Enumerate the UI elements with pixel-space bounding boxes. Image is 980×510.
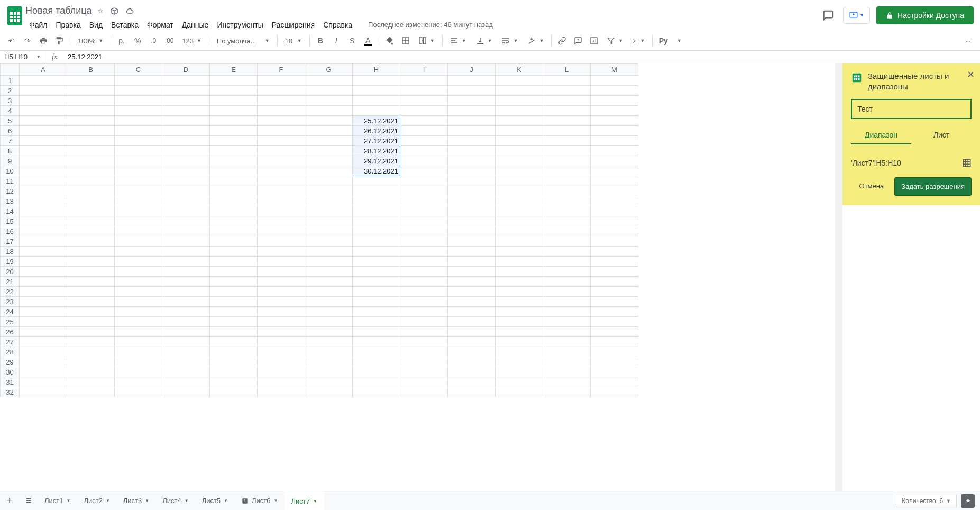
row-header-27[interactable]: 27 xyxy=(1,337,20,347)
cell-C16[interactable] xyxy=(115,226,162,236)
cell-C18[interactable] xyxy=(115,247,162,257)
sheets-logo[interactable] xyxy=(4,5,25,26)
cell-F27[interactable] xyxy=(258,337,305,347)
row-header-16[interactable]: 16 xyxy=(1,226,20,236)
cell-H11[interactable] xyxy=(353,176,400,186)
font-select[interactable]: По умолча...▼ xyxy=(213,33,274,48)
cell-F5[interactable] xyxy=(258,116,305,126)
cell-B12[interactable] xyxy=(67,186,115,196)
cell-B18[interactable] xyxy=(67,247,115,257)
cell-M12[interactable] xyxy=(591,186,638,196)
cell-L1[interactable] xyxy=(543,76,591,86)
cell-J29[interactable] xyxy=(448,357,496,367)
cell-F3[interactable] xyxy=(258,96,305,106)
filter-icon[interactable]: ▼ xyxy=(602,33,627,48)
cell-I7[interactable] xyxy=(400,136,448,146)
comments-icon[interactable] xyxy=(820,7,837,24)
cell-A25[interactable] xyxy=(20,317,67,327)
cell-I8[interactable] xyxy=(400,146,448,156)
column-header-A[interactable]: A xyxy=(20,64,67,76)
cell-L15[interactable] xyxy=(543,216,591,226)
sheet-tab-Лист3[interactable]: Лист3▼ xyxy=(117,491,156,496)
cell-M15[interactable] xyxy=(591,216,638,226)
cell-J9[interactable] xyxy=(448,156,496,166)
cell-E4[interactable] xyxy=(210,106,258,116)
cell-G26[interactable] xyxy=(305,327,353,337)
tab-range[interactable]: Диапазон xyxy=(851,126,911,144)
cell-G4[interactable] xyxy=(305,106,353,116)
cell-H3[interactable] xyxy=(353,96,400,106)
column-header-C[interactable]: C xyxy=(115,64,162,76)
cell-A19[interactable] xyxy=(20,257,67,267)
cell-J30[interactable] xyxy=(448,367,496,377)
cell-F6[interactable] xyxy=(258,126,305,136)
cell-A4[interactable] xyxy=(20,106,67,116)
cell-H18[interactable] xyxy=(353,247,400,257)
cell-I24[interactable] xyxy=(400,307,448,317)
cell-F31[interactable] xyxy=(258,377,305,387)
row-header-26[interactable]: 26 xyxy=(1,327,20,337)
cell-M27[interactable] xyxy=(591,337,638,347)
cell-D10[interactable] xyxy=(162,166,210,176)
cell-E2[interactable] xyxy=(210,86,258,96)
cell-I6[interactable] xyxy=(400,126,448,136)
cell-L3[interactable] xyxy=(543,96,591,106)
cell-A32[interactable] xyxy=(20,387,67,397)
cell-K8[interactable] xyxy=(496,146,543,156)
cell-I19[interactable] xyxy=(400,257,448,267)
cell-A27[interactable] xyxy=(20,337,67,347)
cell-F15[interactable] xyxy=(258,216,305,226)
cell-F11[interactable] xyxy=(258,176,305,186)
cell-J8[interactable] xyxy=(448,146,496,156)
cell-A1[interactable] xyxy=(20,76,67,86)
cell-A5[interactable] xyxy=(20,116,67,126)
cell-B31[interactable] xyxy=(67,377,115,387)
cell-M24[interactable] xyxy=(591,307,638,317)
valign-icon[interactable]: ▼ xyxy=(472,33,497,48)
row-header-29[interactable]: 29 xyxy=(1,357,20,367)
cell-J21[interactable] xyxy=(448,277,496,287)
cell-E25[interactable] xyxy=(210,317,258,327)
cell-A3[interactable] xyxy=(20,96,67,106)
cell-D27[interactable] xyxy=(162,337,210,347)
cell-K9[interactable] xyxy=(496,156,543,166)
cell-A14[interactable] xyxy=(20,206,67,216)
cell-D22[interactable] xyxy=(162,287,210,297)
cell-J32[interactable] xyxy=(448,387,496,397)
cell-G5[interactable] xyxy=(305,116,353,126)
cell-M8[interactable] xyxy=(591,146,638,156)
cell-K29[interactable] xyxy=(496,357,543,367)
row-header-32[interactable]: 32 xyxy=(1,387,20,397)
cell-E6[interactable] xyxy=(210,126,258,136)
cell-C28[interactable] xyxy=(115,347,162,357)
column-header-H[interactable]: H xyxy=(353,64,400,76)
cell-C10[interactable] xyxy=(115,166,162,176)
column-header-I[interactable]: I xyxy=(400,64,448,76)
cell-E7[interactable] xyxy=(210,136,258,146)
star-icon[interactable]: ☆ xyxy=(97,7,104,15)
cell-M22[interactable] xyxy=(591,287,638,297)
cell-D15[interactable] xyxy=(162,216,210,226)
cell-C14[interactable] xyxy=(115,206,162,216)
row-header-1[interactable]: 1 xyxy=(1,76,20,86)
selection-count[interactable]: Количество: 6▼ xyxy=(896,495,957,496)
cell-B13[interactable] xyxy=(67,196,115,206)
cell-A7[interactable] xyxy=(20,136,67,146)
row-header-11[interactable]: 11 xyxy=(1,176,20,186)
column-header-G[interactable]: G xyxy=(305,64,353,76)
cell-J28[interactable] xyxy=(448,347,496,357)
cell-C7[interactable] xyxy=(115,136,162,146)
halign-icon[interactable]: ▼ xyxy=(446,33,471,48)
column-header-D[interactable]: D xyxy=(162,64,210,76)
cell-B1[interactable] xyxy=(67,76,115,86)
cell-F7[interactable] xyxy=(258,136,305,146)
cell-H14[interactable] xyxy=(353,206,400,216)
cell-K4[interactable] xyxy=(496,106,543,116)
cell-J25[interactable] xyxy=(448,317,496,327)
cell-G2[interactable] xyxy=(305,86,353,96)
cell-C8[interactable] xyxy=(115,146,162,156)
cell-M32[interactable] xyxy=(591,387,638,397)
cell-C1[interactable] xyxy=(115,76,162,86)
add-sheet-icon[interactable]: + xyxy=(0,491,19,496)
cell-A11[interactable] xyxy=(20,176,67,186)
